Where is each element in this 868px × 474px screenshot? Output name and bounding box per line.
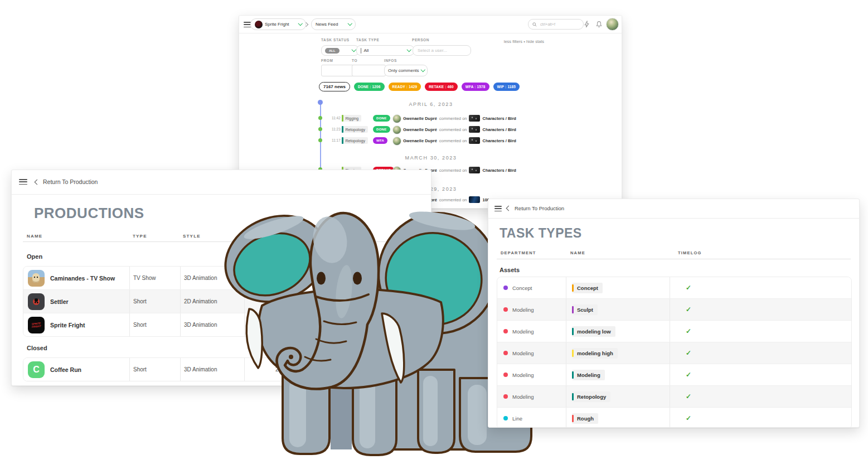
person-filter[interactable] xyxy=(413,45,471,56)
person-input[interactable] xyxy=(416,47,467,54)
production-name: Coffee Run xyxy=(50,366,81,373)
status-count-badge[interactable]: WIP : 1185 xyxy=(493,83,520,91)
timeline-date: APRIL 6, 2023 xyxy=(297,101,565,107)
news-total-badge[interactable]: 7167 news xyxy=(319,82,350,91)
department-color-dot xyxy=(503,373,508,377)
task-type-name: Retopology xyxy=(346,128,365,132)
production-type: Short xyxy=(129,290,180,313)
table-row[interactable]: Modeling Retopology ✓ xyxy=(497,385,851,407)
news-entry[interactable]: 11:42 Rigging DONE Gwenaelle Duprécommen… xyxy=(332,114,610,122)
desktop-stage: Sprite Fright News Feed TASK STATUS TASK… xyxy=(0,0,868,474)
entity-thumbnail xyxy=(469,167,480,173)
task-type-chip: Concept xyxy=(572,283,603,293)
avatar xyxy=(392,114,401,123)
table-row[interactable]: Modeling modeling low ✓ xyxy=(497,320,851,342)
production-logo-icon xyxy=(255,21,263,28)
section-label-assets: Assets xyxy=(500,267,520,273)
table-row[interactable]: Modeling Sculpt ✓ xyxy=(497,298,851,320)
search-input[interactable] xyxy=(539,22,575,27)
to-input[interactable] xyxy=(356,67,382,74)
task-type-chip: Rough xyxy=(572,413,598,424)
table-row[interactable]: Line Rough ✓ xyxy=(497,407,851,428)
notifications-bell-icon[interactable] xyxy=(595,21,603,28)
task-type-color-bar xyxy=(572,284,574,292)
news-entry[interactable]: 11:17 Retopology WFA Gwenaelle Duprécomm… xyxy=(332,137,610,144)
production-select-value: Sprite Fright xyxy=(265,22,289,27)
production-type: TV Show xyxy=(129,267,180,289)
task-type-chip: modeling high xyxy=(572,348,618,359)
department-name: Modeling xyxy=(512,350,534,356)
from-input[interactable] xyxy=(325,67,351,74)
table-row[interactable]: Modeling Modeling ✓ xyxy=(497,364,851,385)
timelog-check-icon: ✓ xyxy=(686,306,691,313)
from-date-input[interactable] xyxy=(321,65,355,76)
filters-toggle-links[interactable]: less filters • hide stats xyxy=(440,39,544,44)
task-type-chip: Rigging xyxy=(342,115,361,122)
department-color-dot xyxy=(503,416,508,420)
to-date-input[interactable] xyxy=(352,65,386,76)
task-types-table: Concept Concept ✓ Modeling Sculpt ✓ Mode… xyxy=(497,277,852,428)
news-feed-topbar: Sprite Fright News Feed xyxy=(239,16,622,33)
menu-icon[interactable] xyxy=(19,179,27,186)
section-select[interactable]: News Feed xyxy=(311,18,356,30)
entry-time: 11:17 xyxy=(332,138,341,142)
task-type-color-bar xyxy=(342,126,343,133)
department-name: Modeling xyxy=(512,307,534,313)
user-avatar[interactable] xyxy=(606,18,619,31)
timelog-check-icon: ✓ xyxy=(686,284,691,292)
status-count-badge[interactable]: DONE : 1206 xyxy=(354,83,385,91)
task-type-value: All xyxy=(364,48,369,53)
task-type-chip: modeling low xyxy=(572,326,615,337)
user-name: Gwenaelle Dupré xyxy=(403,138,437,143)
action-text: commented on xyxy=(439,116,467,121)
column-header-name: NAME xyxy=(27,234,42,239)
status-count-badge[interactable]: WFA : 1578 xyxy=(462,83,489,91)
timeline-dot xyxy=(318,138,322,142)
task-type-name: Rigging xyxy=(346,117,359,120)
task-types-topbar: Return To Production xyxy=(488,199,859,219)
department-name: Modeling xyxy=(512,328,534,335)
column-header-type: TYPE xyxy=(133,234,147,239)
department-name: Modeling xyxy=(512,372,534,378)
task-status-select[interactable]: ALL xyxy=(321,45,359,56)
menu-icon[interactable] xyxy=(244,22,251,29)
department-name: Line xyxy=(512,415,522,422)
task-type-select[interactable]: All xyxy=(356,45,414,56)
production-name: Sprite Fright xyxy=(50,322,85,328)
avatar xyxy=(392,125,401,134)
column-header-timelog: TIMELOG xyxy=(678,250,702,255)
menu-icon[interactable] xyxy=(494,206,502,213)
infos-label: INFOS xyxy=(384,59,397,62)
task-type-name: Retopology xyxy=(346,139,365,143)
status-count-badge[interactable]: RETAKE : 460 xyxy=(425,83,458,91)
department-color-dot xyxy=(503,394,508,399)
news-entry[interactable]: 11:23 Retopology DONE Gwenaelle Duprécom… xyxy=(332,125,610,133)
production-type: Short xyxy=(129,358,180,381)
column-header-style: STYLE xyxy=(183,234,201,239)
chevron-down-icon xyxy=(351,47,356,52)
task-type-color-bar xyxy=(572,306,574,313)
task-type-name: modeling high xyxy=(577,350,613,356)
search-icon xyxy=(532,22,537,27)
entity-thumbnail xyxy=(469,115,480,122)
entity-thumbnail xyxy=(469,126,480,133)
user-name: Gwenaelle Dupré xyxy=(403,116,437,121)
entry-time: 11:42 xyxy=(332,116,341,120)
shortcuts-lightning-icon[interactable] xyxy=(583,21,590,28)
entity-name: Characters / Bird xyxy=(482,168,516,173)
task-type-name: Concept xyxy=(577,285,598,291)
back-link[interactable]: Return To Production xyxy=(35,178,98,185)
production-select[interactable]: Sprite Fright xyxy=(250,18,306,30)
column-header-name: NAME xyxy=(570,250,585,255)
back-link[interactable]: Return To Production xyxy=(507,205,564,211)
infos-select[interactable]: Only comments xyxy=(384,65,428,76)
task-type-label: TASK TYPE xyxy=(356,38,379,42)
to-label: TO xyxy=(352,59,357,62)
section-select-value: News Feed xyxy=(316,22,338,27)
global-search[interactable] xyxy=(528,19,584,30)
person-label: PERSON xyxy=(412,38,429,42)
table-row[interactable]: Modeling modeling high ✓ xyxy=(497,342,851,364)
task-type-chip: Modeling xyxy=(572,370,605,380)
table-row[interactable]: Concept Concept ✓ xyxy=(497,277,851,298)
status-count-badge[interactable]: READY : 1429 xyxy=(389,83,421,91)
